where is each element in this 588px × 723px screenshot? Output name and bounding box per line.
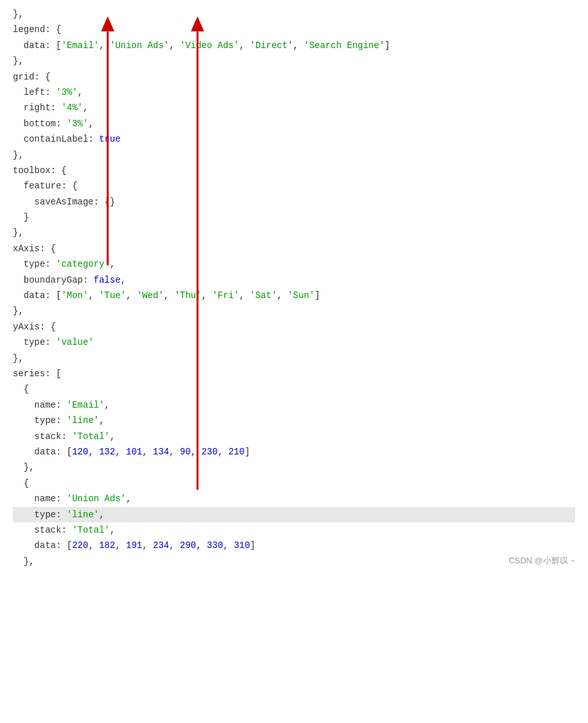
code-line: type: 'value' [13, 335, 575, 350]
code-line: data: ['Mon', 'Tue', 'Wed', 'Thu', 'Fri'… [13, 288, 575, 303]
code-line: left: '3%', [13, 85, 575, 100]
code-line: legend: { [13, 22, 575, 37]
code-editor: },legend: { data: ['Email', 'Union Ads',… [0, 0, 588, 576]
code-line: stack: 'Total', [13, 429, 575, 444]
code-line: right: '4%', [13, 100, 575, 115]
code-line: stack: 'Total', [13, 522, 575, 538]
code-line: series: [ [13, 366, 575, 381]
code-line: boundaryGap: false, [13, 272, 575, 288]
code-line: }, [13, 225, 575, 240]
code-line: type: 'line', [13, 413, 575, 428]
code-line: }, [13, 53, 575, 69]
code-line: saveAsImage: {} [13, 194, 575, 210]
code-line: bottom: '3%', [13, 116, 575, 131]
code-line: data: [220, 182, 191, 234, 290, 330, 310… [13, 538, 575, 553]
code-lines: },legend: { data: ['Email', 'Union Ads',… [13, 6, 575, 569]
code-line: name: 'Union Ads', [13, 491, 575, 506]
code-line: }, [13, 6, 575, 22]
code-line: }, [13, 147, 575, 163]
code-line: type: 'line', [13, 507, 575, 522]
code-line: toolbox: { [13, 163, 575, 178]
code-line: containLabel: true [13, 131, 575, 147]
code-line: grid: { [13, 69, 575, 85]
code-line: data: ['Email', 'Union Ads', 'Video Ads'… [13, 38, 575, 53]
code-line: type: 'category', [13, 256, 575, 272]
code-line: { [13, 381, 575, 397]
code-line: yAxis: { [13, 319, 575, 335]
watermark: CSDN @小辉叹 ~ [508, 554, 575, 568]
code-line: }, [13, 303, 575, 319]
code-line: }, [13, 554, 575, 569]
code-line: name: 'Email', [13, 397, 575, 413]
code-line: }, [13, 351, 575, 366]
code-line: { [13, 476, 575, 491]
code-line: feature: { [13, 178, 575, 194]
code-line: }, [13, 460, 575, 475]
code-line: } [13, 210, 575, 225]
code-line: data: [120, 132, 101, 134, 90, 230, 210] [13, 444, 575, 460]
code-line: xAxis: { [13, 241, 575, 256]
